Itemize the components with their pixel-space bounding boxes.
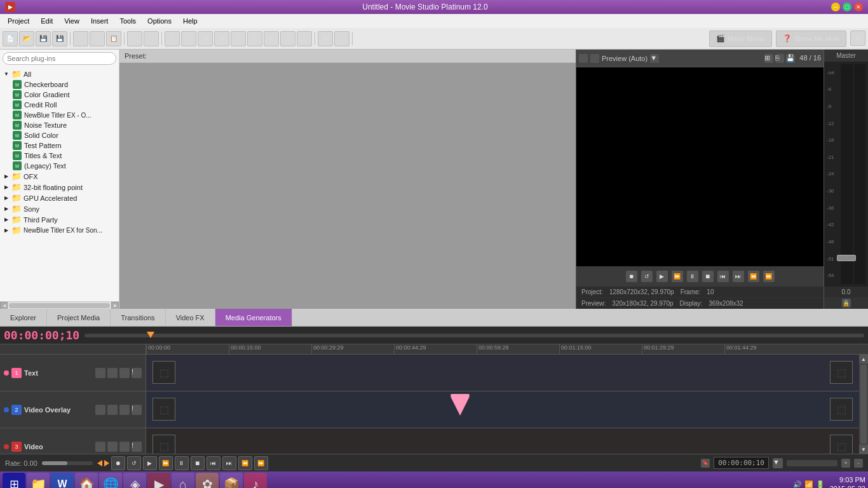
make-movie-button[interactable]: 🎬 Make Movie: [709, 30, 772, 47]
timecode-dropdown[interactable]: ▼: [773, 458, 783, 468]
tool2[interactable]: ⬚: [181, 31, 196, 46]
transport-pause[interactable]: ⏸: [175, 456, 189, 470]
menu-edit[interactable]: Edit: [36, 16, 58, 26]
transport-loop[interactable]: ↺: [127, 456, 141, 470]
prev-marker-btn[interactable]: [97, 460, 102, 466]
preview-prev-frame[interactable]: ⏮: [717, 271, 729, 282]
options-button[interactable]: ⚙: [850, 30, 865, 46]
track-vol-video[interactable]: !: [132, 442, 142, 452]
save-as-button[interactable]: 💾: [52, 31, 67, 46]
audio-lock-btn[interactable]: 🔒: [842, 299, 851, 308]
preview-stop-btn[interactable]: ⏹: [702, 271, 714, 282]
undo-button[interactable]: ↩: [127, 31, 142, 46]
tree-item-newblue-titler[interactable]: M NewBlue Titler EX - O...: [0, 110, 119, 120]
track-mute-overlay[interactable]: [95, 405, 105, 415]
redo-button[interactable]: ↪: [144, 31, 159, 46]
taskbar-app4[interactable]: ⌂: [172, 473, 194, 488]
transport-slow-back[interactable]: ⏪: [238, 456, 252, 470]
close-button[interactable]: ✕: [854, 3, 863, 11]
tree-scrollbar-h[interactable]: ◀ ▶: [0, 301, 119, 309]
tree-item-third-party[interactable]: ▶ 📁 Third Party: [0, 214, 119, 225]
tree-item-ofx[interactable]: ▶ 📁 OFX: [0, 171, 119, 182]
zoom-out-btn[interactable]: -: [854, 459, 863, 468]
tab-media-generators[interactable]: Media Generators: [215, 309, 292, 326]
timeline-scroll-h[interactable]: [787, 460, 837, 466]
timeline-scrollbar-v[interactable]: ▲ ▼: [859, 355, 868, 454]
tree-item-all[interactable]: ▼ 📁 All: [0, 69, 119, 79]
show-me-how-button[interactable]: ❓ Show Me How: [776, 30, 846, 47]
scroll-right-btn[interactable]: ▶: [111, 302, 119, 309]
transport-next[interactable]: ⏭: [222, 456, 236, 470]
clock[interactable]: 9:03 PM 2015-05-22: [830, 475, 865, 488]
tree-item-solid-color[interactable]: M Solid Color: [0, 130, 119, 140]
preview-dropdown-btn[interactable]: ▼: [650, 54, 659, 63]
tree-item-newblue-son[interactable]: ▶ 📁 NewBlue Titler EX for Son...: [0, 225, 119, 236]
track-mute-video[interactable]: [95, 442, 105, 452]
transport-play[interactable]: ▶: [143, 456, 157, 470]
menu-help[interactable]: Help: [178, 16, 203, 26]
scroll-up-btn[interactable]: ▲: [859, 355, 868, 363]
tool6[interactable]: ⊲: [247, 31, 262, 46]
tool8[interactable]: ⊙: [280, 31, 295, 46]
transport-prev[interactable]: ⏮: [207, 456, 220, 470]
taskbar-file-explorer[interactable]: 📁: [27, 473, 50, 488]
tree-item-test-pattern[interactable]: M Test Pattern: [0, 140, 119, 151]
tree-item-credit-roll[interactable]: M Credit Roll: [0, 100, 119, 110]
taskbar-app3[interactable]: ◈: [123, 473, 146, 488]
track-vol-overlay[interactable]: !: [132, 405, 142, 415]
track-solo-overlay[interactable]: [107, 405, 118, 415]
maximize-button[interactable]: □: [843, 3, 851, 11]
tree-item-sony[interactable]: ▶ 📁 Sony: [0, 203, 119, 214]
tree-item-32bit[interactable]: ▶ 📁 32-bit floating point: [0, 182, 119, 193]
scroll-v-thumb[interactable]: [860, 365, 867, 444]
tool7[interactable]: ⊳: [264, 31, 279, 46]
tree-item-color-gradient[interactable]: M Color Gradient: [0, 90, 119, 100]
tab-video-fx[interactable]: Video FX: [166, 309, 215, 326]
track-solo-video[interactable]: [107, 442, 118, 452]
tree-item-checkerboard[interactable]: M Checkerboard: [0, 79, 119, 90]
menu-project[interactable]: Project: [3, 16, 34, 26]
transport-stop[interactable]: ⏹: [191, 456, 205, 470]
taskbar-app1[interactable]: W: [51, 473, 74, 488]
transport-play-end[interactable]: ⏩: [159, 456, 173, 470]
tree-item-titles-text[interactable]: M Titles & Text: [0, 151, 119, 161]
timeline-scrubber[interactable]: [85, 334, 864, 337]
tool5[interactable]: T: [231, 31, 246, 46]
scroll-left-btn[interactable]: ◀: [0, 302, 8, 309]
open-button[interactable]: 📂: [19, 31, 34, 46]
track-vol-text[interactable]: !: [132, 368, 142, 378]
preview-record-btn[interactable]: ⏺: [626, 271, 637, 282]
track-lock-overlay[interactable]: [119, 405, 130, 415]
save-button[interactable]: 💾: [36, 31, 51, 46]
start-button[interactable]: ⊞: [3, 473, 25, 488]
preview-play-btn[interactable]: ▶: [656, 271, 668, 282]
track-solo-text[interactable]: [107, 368, 118, 378]
minimize-button[interactable]: ─: [831, 3, 840, 11]
tab-project-media[interactable]: Project Media: [47, 309, 111, 326]
taskbar-movie-studio[interactable]: ▶: [147, 473, 170, 488]
taskbar-app5[interactable]: ✿: [196, 473, 219, 488]
tree-item-legacy-text[interactable]: M (Legacy) Text: [0, 161, 119, 171]
transport-record[interactable]: ⏺: [111, 456, 125, 470]
preview-loop-btn[interactable]: ↺: [641, 271, 653, 282]
split-button[interactable]: ⦿: [318, 31, 333, 46]
copy-button[interactable]: ⎘: [90, 31, 105, 46]
trim-button[interactable]: ⟂: [334, 31, 349, 46]
taskbar-chrome[interactable]: 🌐: [99, 473, 122, 488]
tree-item-gpu[interactable]: ▶ 📁 GPU Accelerated: [0, 193, 119, 203]
tab-transitions[interactable]: Transitions: [111, 309, 165, 326]
tree-item-noise-texture[interactable]: M Noise Texture: [0, 120, 119, 130]
scroll-down-btn[interactable]: ▼: [859, 445, 868, 454]
preview-snap-btn[interactable]: [579, 54, 588, 63]
volume-fader[interactable]: [837, 255, 856, 261]
menu-tools[interactable]: Tools: [114, 16, 141, 26]
tab-explorer[interactable]: Explorer: [0, 309, 47, 326]
menu-options[interactable]: Options: [142, 16, 177, 26]
next-marker-btn[interactable]: [104, 460, 109, 466]
preview-next-frame[interactable]: ⏭: [733, 271, 744, 282]
preview-grid-btn[interactable]: ⊞: [764, 54, 773, 63]
track-mute-text[interactable]: [95, 368, 105, 378]
search-input[interactable]: [3, 52, 116, 65]
cut-button[interactable]: ✂: [73, 31, 88, 46]
tool1[interactable]: ↖: [165, 31, 180, 46]
